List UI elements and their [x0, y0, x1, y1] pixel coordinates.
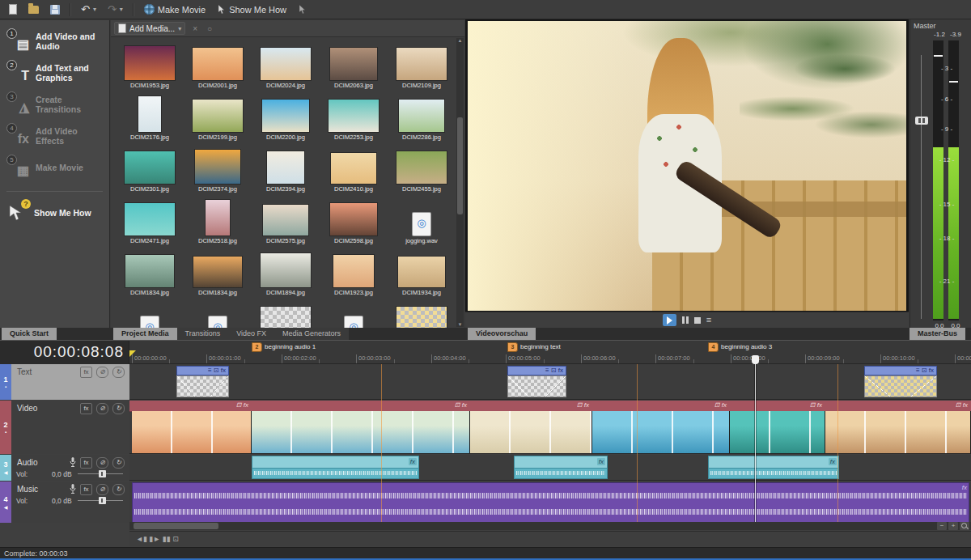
media-tab[interactable]: Transitions	[177, 328, 229, 340]
media-item[interactable]: DCIM2301.jpg	[116, 142, 184, 193]
media-item[interactable]	[320, 297, 388, 328]
media-item[interactable]: DCIM2063.jpg	[320, 38, 388, 90]
track-motion-button[interactable]: ↻	[112, 484, 125, 495]
video-event[interactable]: ⊡ fx	[470, 411, 592, 453]
timeline-ruler[interactable]: 00:00:00:00 00:00:01:00 00:00:02:00 00:0…	[129, 341, 971, 364]
media-item[interactable]: DCIM2109.jpg	[388, 38, 456, 90]
media-tab[interactable]: Video FX	[228, 328, 274, 340]
pan-crop-fx-icons[interactable]: ⊡ fx	[956, 401, 968, 409]
media-item[interactable]: DCIM2286.jpg	[388, 90, 456, 142]
tab-video-preview[interactable]: Videovorschau	[468, 328, 536, 340]
video-event[interactable]: ⊡ fx	[730, 411, 825, 453]
tab-master-bus[interactable]: Master-Bus	[910, 328, 965, 340]
show-me-how-item[interactable]: ? Show Me How	[6, 203, 106, 223]
media-item[interactable]: DCIM2374.jpg	[184, 142, 252, 193]
interactive-tutorial-button[interactable]	[294, 2, 311, 18]
track-mute-button[interactable]: ⊘	[96, 484, 108, 495]
timeline-hscrollbar[interactable]: − +	[129, 522, 971, 530]
volume-slider[interactable]	[78, 473, 123, 474]
media-item[interactable]: DCIM1923.jpg	[320, 245, 388, 297]
scroll-up-icon[interactable]: ▲	[456, 38, 464, 43]
tab-quick-start[interactable]: Quick Start	[2, 328, 57, 340]
text-event[interactable]: ≡ ⊡ fx	[176, 366, 229, 397]
media-item[interactable]: DCIM1934.jpg	[388, 245, 456, 297]
record-arm-mic-icon[interactable]	[70, 484, 76, 494]
scroll-down-icon[interactable]: ▼	[456, 322, 464, 327]
event-fx-icon[interactable]: fx	[597, 458, 605, 465]
media-item[interactable]: DCIM2455.jpg	[388, 142, 456, 193]
media-item[interactable]: jogging.wav	[388, 193, 456, 245]
record-arm-mic-icon[interactable]	[70, 457, 76, 468]
media-item[interactable]: DCIM2598.jpg	[320, 193, 388, 245]
volume-slider[interactable]	[78, 500, 123, 501]
new-project-button[interactable]	[5, 2, 21, 18]
media-item[interactable]	[184, 297, 252, 328]
track-fx-button[interactable]: fx	[80, 484, 92, 495]
volume-slider-handle[interactable]	[99, 470, 106, 477]
track-motion-button[interactable]: ↻	[112, 457, 125, 469]
video-event[interactable]: ⊡ fx	[592, 411, 730, 453]
media-item[interactable]	[388, 297, 456, 328]
track-header-text[interactable]: 1▪ Text fx ⊘ ↻	[0, 364, 129, 400]
track-fx-button[interactable]: fx	[80, 367, 92, 378]
video-event[interactable]: ⊡ fx	[252, 411, 470, 453]
media-item[interactable]: DCIM2394.jpg	[252, 142, 320, 193]
media-item[interactable]: DCIM2253.jpg	[320, 90, 388, 142]
media-scrollbar[interactable]: ▲ ▼	[456, 38, 464, 327]
media-tab[interactable]: Project Media	[113, 328, 177, 340]
quick-start-step[interactable]: ▦ 5 Make Movie	[8, 157, 106, 178]
event-fx-icon[interactable]: fx	[829, 458, 837, 465]
media-item[interactable]: DCIM1834.jpg	[116, 245, 184, 297]
media-scroll-thumb[interactable]	[457, 117, 463, 214]
timecode-display[interactable]: 00:00:08:08	[0, 341, 129, 364]
track-header-music[interactable]: 4◀ Music fx ⊘ ↻ Vol: 0,0 dB	[0, 482, 129, 523]
timeline-marker[interactable]: 3 beginning text	[507, 342, 561, 351]
audio-event[interactable]: fx	[708, 456, 839, 479]
undo-button[interactable]: ↶▾	[77, 2, 100, 18]
quick-start-step[interactable]: T 2 Add Text and Graphics	[8, 62, 106, 83]
music-event[interactable]: fx	[132, 482, 969, 523]
track-header-video[interactable]: 2▪ Video fx ⊘ ↻	[0, 401, 129, 454]
add-media-button[interactable]: Add Media... ▾	[114, 22, 185, 35]
track-content-audio[interactable]: fx fx fx	[129, 455, 971, 481]
master-fader-handle[interactable]	[915, 117, 928, 125]
media-item[interactable]	[252, 297, 320, 328]
media-item[interactable]: DCIM1894.jpg	[252, 245, 320, 297]
track-fx-button[interactable]: fx	[80, 457, 92, 469]
track-header-audio[interactable]: 3◀ Audio fx ⊘ ↻ Vol: 0,0 dB	[0, 455, 129, 481]
pan-crop-fx-icons[interactable]: ⊡ fx	[714, 401, 727, 409]
playhead-handle[interactable]	[752, 355, 759, 364]
media-item[interactable]: DCIM2575.jpg	[252, 193, 320, 245]
event-fx-icon[interactable]: fx	[409, 458, 417, 465]
playhead-line[interactable]	[755, 363, 756, 523]
event-fx-icon[interactable]: fx	[962, 484, 967, 491]
quick-start-step[interactable]: ▤ 1 Add Video and Audio	[8, 31, 106, 52]
zoom-in-button[interactable]: +	[948, 522, 958, 530]
save-project-button[interactable]	[46, 2, 64, 18]
timeline-marker[interactable]: 4 beginning audio 3	[708, 342, 772, 351]
media-tab[interactable]: Media Generators	[274, 328, 349, 340]
media-item[interactable]: DCIM2176.jpg	[116, 90, 184, 142]
pause-button[interactable]	[682, 316, 689, 324]
remove-media-icon[interactable]: ×	[190, 24, 200, 33]
track-mute-button[interactable]: ⊘	[96, 403, 108, 414]
pan-crop-fx-icons[interactable]: ⊡ fx	[577, 401, 589, 409]
media-item[interactable]: DCIM1834.jpg	[184, 245, 252, 297]
zoom-tool-icon[interactable]	[960, 522, 969, 530]
audio-event[interactable]: fx	[252, 456, 419, 479]
media-item[interactable]: DCIM2410.jpg	[320, 142, 388, 193]
track-mute-button[interactable]: ⊘	[96, 367, 108, 378]
audio-event[interactable]: fx	[514, 456, 608, 479]
quick-start-step[interactable]: ◮ 3 Create Transitions	[8, 94, 106, 115]
open-project-button[interactable]	[24, 2, 43, 18]
play-button[interactable]	[663, 314, 676, 326]
zoom-out-button[interactable]: −	[937, 522, 947, 530]
media-item[interactable]: DCIM2001.jpg	[184, 38, 252, 90]
make-movie-button[interactable]: Make Movie	[140, 2, 210, 18]
video-event[interactable]: ⊡ fx	[132, 411, 252, 453]
volume-slider-handle[interactable]	[99, 497, 106, 504]
media-item[interactable]: DCIM1953.jpg	[116, 38, 184, 90]
track-motion-button[interactable]: ↻	[112, 367, 125, 378]
media-item[interactable]: DCIM2199.jpg	[184, 90, 252, 142]
media-item[interactable]: DCIM2518.jpg	[184, 193, 252, 245]
